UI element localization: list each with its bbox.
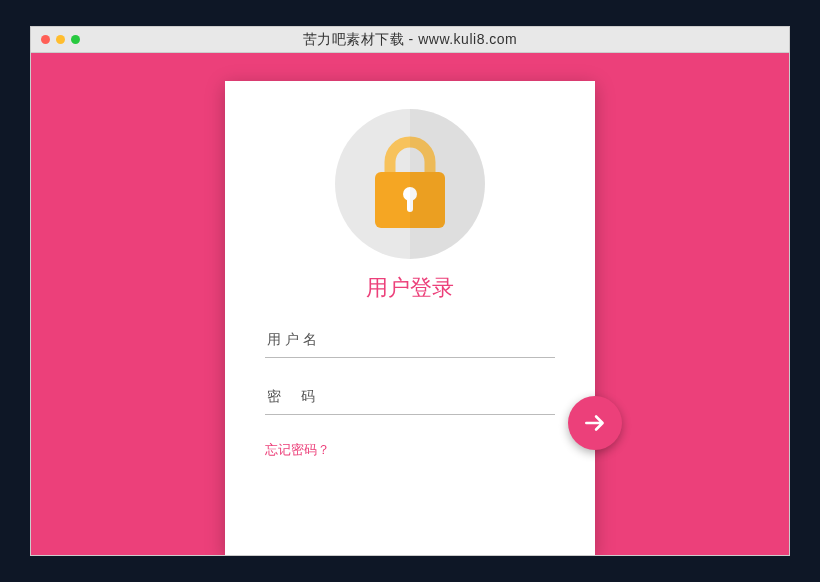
page-viewport: 用户登录 忘记密码？ — [31, 53, 789, 555]
svg-rect-2 — [407, 196, 413, 212]
login-heading: 用户登录 — [265, 273, 555, 303]
login-card: 用户登录 忘记密码？ — [225, 81, 595, 555]
svg-point-1 — [403, 187, 417, 201]
forgot-password-link[interactable]: 忘记密码？ — [265, 441, 330, 459]
submit-button[interactable] — [568, 396, 622, 450]
arrow-right-icon — [582, 410, 608, 436]
username-input[interactable] — [265, 321, 555, 358]
svg-rect-0 — [375, 172, 445, 228]
lock-illustration — [265, 109, 555, 259]
window-title: 苦力吧素材下载 - www.kuli8.com — [303, 31, 518, 49]
title-bar: 苦力吧素材下载 - www.kuli8.com — [31, 27, 789, 53]
password-input[interactable] — [265, 378, 555, 415]
close-window-icon[interactable] — [41, 35, 50, 44]
maximize-window-icon[interactable] — [71, 35, 80, 44]
minimize-window-icon[interactable] — [56, 35, 65, 44]
browser-window: 苦力吧素材下载 - www.kuli8.com 用户登录 忘记密码？ — [30, 26, 790, 556]
lock-icon — [365, 134, 455, 234]
lock-circle-bg — [335, 109, 485, 259]
window-controls — [41, 35, 80, 44]
